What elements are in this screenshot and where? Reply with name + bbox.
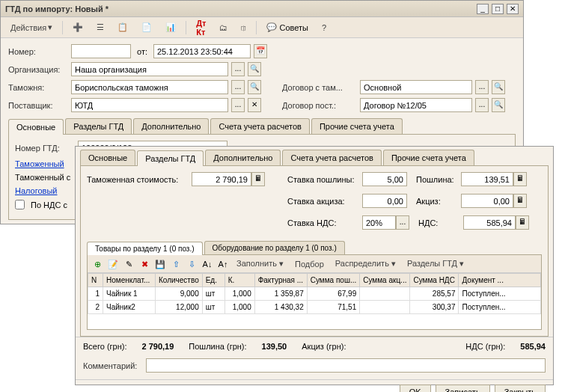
toolbar: Действия ▾ ➕ ☰ 📋 📄 📊 ДтКт 🗂 ⎅ 💬 Советы ? — [1, 17, 523, 38]
main-tabs: Основные Разделы ГТД Дополнительно Счета… — [8, 118, 516, 135]
doc-icon[interactable]: 📄 — [136, 20, 157, 34]
contract-cust-select-button[interactable]: ... — [475, 80, 489, 94]
contract-cust-open-icon[interactable]: 🔍 — [492, 80, 505, 94]
tab-other-accounts-2[interactable]: Прочие счета учета — [383, 150, 474, 165]
vat-rate-select[interactable]: ... — [396, 215, 409, 230]
org-input[interactable] — [71, 62, 228, 76]
col-duty[interactable]: Сумма пош... — [307, 274, 360, 287]
separator — [186, 21, 186, 34]
struct-icon[interactable]: ⎅ — [236, 21, 251, 34]
supplier-input[interactable] — [71, 98, 228, 112]
tab-sections[interactable]: Разделы ГТД — [65, 118, 132, 134]
list-icon[interactable]: ☰ — [91, 20, 109, 34]
contract-sup-open-icon[interactable]: 🔍 — [492, 98, 505, 112]
calc-icon[interactable]: 🖩 — [513, 172, 527, 186]
excise-rate-input[interactable] — [362, 194, 407, 208]
supplier-clear-icon[interactable]: ✕ — [248, 98, 261, 112]
window-title: ГТД по импорту: Новый * — [5, 4, 109, 13]
vat-input[interactable] — [463, 215, 516, 230]
comment-input[interactable] — [146, 358, 546, 373]
help-icon[interactable]: ? — [317, 21, 332, 34]
close-button[interactable]: ✕ — [507, 4, 519, 14]
table-row[interactable]: 2Чайник212,000шт1,0001 430,3271,51300,37… — [88, 301, 541, 314]
minimize-button[interactable]: _ — [477, 4, 489, 14]
tab-sections-2[interactable]: Разделы ГТД — [137, 150, 204, 166]
delete-row-icon[interactable]: ✖ — [138, 257, 151, 271]
dk-icon[interactable]: ДтКт — [191, 16, 211, 39]
col-invoice[interactable]: Фактурная ... — [254, 274, 307, 287]
report-icon[interactable]: 📊 — [160, 20, 181, 34]
tab-additional[interactable]: Дополнительно — [133, 118, 209, 134]
close-button[interactable]: Закрыть — [495, 385, 546, 392]
ok-button[interactable]: OK — [400, 385, 431, 392]
table-row[interactable]: 1Чайник 19,000шт1,0001 359,8767,99285,57… — [88, 287, 541, 301]
tree-icon[interactable]: 🗂 — [214, 21, 233, 34]
col-vat[interactable]: Сумма НДС — [410, 274, 459, 287]
add-icon[interactable]: ➕ — [67, 20, 88, 34]
tax-link[interactable]: Налоговый — [15, 186, 58, 195]
tab-other-accounts[interactable]: Прочие счета учета — [311, 118, 403, 134]
totals-row: Всего (грн): 2 790,19 Пошлина (грн): 139… — [76, 337, 553, 355]
select-button[interactable]: Подбор — [290, 258, 329, 270]
fill-menu[interactable]: Заполнить ▾ — [232, 257, 288, 270]
advice-button[interactable]: 💬 Советы — [261, 20, 313, 34]
total-value: 2 790,19 — [142, 342, 174, 351]
move-up-icon[interactable]: ⇧ — [169, 257, 183, 271]
calendar-icon[interactable]: 📅 — [254, 44, 267, 58]
excise-input[interactable] — [461, 194, 513, 208]
sections-menu[interactable]: Разделы ГТД ▾ — [403, 257, 468, 270]
cost-input[interactable] — [192, 172, 251, 186]
tab-accounts-2[interactable]: Счета учета расчетов — [282, 150, 381, 165]
move-down-icon[interactable]: ⇩ — [185, 257, 198, 271]
customs-input[interactable] — [71, 80, 228, 94]
distribute-menu[interactable]: Распределить ▾ — [331, 257, 400, 270]
actions-menu[interactable]: Действия ▾ — [5, 20, 58, 34]
col-k[interactable]: К. — [225, 274, 254, 287]
vat-checkbox[interactable] — [15, 200, 25, 209]
contract-cust-input[interactable] — [360, 80, 472, 94]
col-doc[interactable]: Документ ... — [459, 274, 541, 287]
maximize-button[interactable]: □ — [492, 4, 504, 14]
contract-cust-label: Договор с там... — [282, 83, 357, 92]
sort-asc-icon[interactable]: A↓ — [201, 257, 214, 271]
copy-icon[interactable]: 📋 — [112, 20, 133, 34]
calc-icon[interactable]: 🖩 — [251, 172, 265, 186]
col-excise[interactable]: Сумма акц... — [360, 274, 410, 287]
sections-content: Таможенная стоимость: 🖩 Ставка пошлины: … — [80, 166, 549, 337]
duty-rate-input[interactable] — [362, 172, 407, 186]
window-sections-detail: Основные Разделы ГТД Дополнительно Счета… — [75, 146, 554, 385]
vat-rate-input[interactable] — [362, 215, 396, 230]
save-button[interactable]: Записать — [436, 385, 490, 392]
col-n[interactable]: N — [88, 274, 103, 287]
duty-rate-label: Ставка пошлины: — [287, 175, 362, 184]
customs-select-button[interactable]: ... — [231, 80, 245, 94]
customs-open-icon[interactable]: 🔍 — [248, 80, 261, 94]
copy-row-icon[interactable]: 💾 — [153, 257, 167, 271]
date-input[interactable] — [153, 44, 251, 58]
org-open-icon[interactable]: 🔍 — [248, 62, 261, 76]
tab-equipment[interactable]: Оборудование по разделу 1 (0 поз.) — [204, 241, 345, 254]
titlebar: ГТД по импорту: Новый * _ □ ✕ — [1, 1, 523, 17]
edit-row-icon[interactable]: ✎ — [122, 257, 135, 271]
number-input[interactable] — [71, 44, 131, 58]
calc-icon[interactable]: 🖩 — [513, 194, 527, 208]
contract-sup-input[interactable] — [360, 98, 472, 112]
customs-payment-link[interactable]: Таможенный — [15, 159, 64, 168]
tab-additional-2[interactable]: Дополнительно — [205, 150, 281, 165]
col-qty[interactable]: Количество — [156, 274, 203, 287]
duty-input[interactable] — [461, 172, 513, 186]
tab-main-2[interactable]: Основные — [80, 150, 135, 165]
tab-accounts[interactable]: Счета учета расчетов — [210, 118, 309, 134]
contract-sup-select-button[interactable]: ... — [475, 98, 489, 112]
insert-row-icon[interactable]: 📝 — [106, 257, 120, 271]
col-unit[interactable]: Ед. — [202, 274, 225, 287]
supplier-select-button[interactable]: ... — [231, 98, 245, 112]
org-select-button[interactable]: ... — [231, 62, 245, 76]
tab-main[interactable]: Основные — [8, 119, 64, 135]
tab-goods[interactable]: Товары по разделу 1 (0 поз.) — [87, 242, 203, 255]
col-nom[interactable]: Номенклат... — [103, 274, 156, 287]
calc-icon[interactable]: 🖩 — [516, 215, 529, 230]
comment-label: Комментарий: — [83, 361, 143, 370]
add-row-icon[interactable]: ⊕ — [91, 257, 104, 271]
sort-desc-icon[interactable]: A↑ — [216, 257, 230, 271]
